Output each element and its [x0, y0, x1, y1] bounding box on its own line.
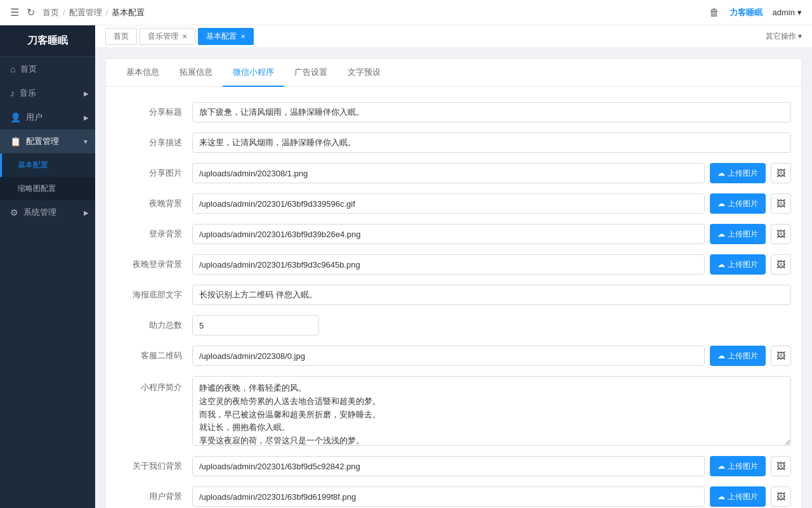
- sidebar-item-music[interactable]: ♪ 音乐: [0, 81, 95, 105]
- content-area: 首页 音乐管理 ✕ 基本配置 ✕ 其它操作 ▾ 基本信息 拓展信息: [95, 25, 812, 508]
- sidebar-item-strategy-config[interactable]: 缩略图配置: [0, 177, 95, 200]
- header-left: ☰ ↻ 首页 / 配置管理 / 基本配置: [10, 6, 145, 18]
- sidebar-item-home[interactable]: ⌂ 首页: [0, 57, 95, 81]
- admin-label: admin: [773, 8, 795, 17]
- label-customer-qr: 客服二维码: [116, 346, 192, 366]
- user-icon: 👤: [10, 112, 21, 122]
- upload-cloud-icon7: ☁: [717, 492, 725, 501]
- trash-icon[interactable]: 🗑: [709, 7, 719, 18]
- img-icon-night-bg[interactable]: 🖼: [771, 193, 791, 214]
- img-icon-share[interactable]: 🖼: [771, 163, 791, 183]
- upload-customer-qr[interactable]: ☁ 上传图片: [710, 346, 766, 366]
- sidebar-item-config[interactable]: 📋 配置管理: [0, 129, 95, 153]
- input-login-bg[interactable]: [192, 224, 705, 244]
- control-night-login-bg: ☁ 上传图片 🖼: [192, 254, 791, 275]
- tab-bar-left: 首页 音乐管理 ✕ 基本配置 ✕: [105, 28, 254, 45]
- card-tab-ad-settings[interactable]: 广告设置: [284, 59, 337, 87]
- tab-music[interactable]: 音乐管理 ✕: [140, 28, 195, 45]
- control-about-us-bg: ☁ 上传图片 🖼: [192, 456, 791, 476]
- upload-cloud-icon3: ☁: [717, 230, 725, 238]
- control-share-img: ☁ 上传图片 🖼: [192, 163, 791, 183]
- tab-music-close[interactable]: ✕: [182, 33, 187, 40]
- form-row-user-bg: 用户背景 ☁ 上传图片 🖼: [106, 481, 801, 508]
- card-tabs: 基本信息 拓展信息 微信小程序 广告设置 文字预设: [106, 59, 801, 87]
- sidebar-item-user[interactable]: 👤 用户: [0, 105, 95, 129]
- upload-login-bg[interactable]: ☁ 上传图片: [710, 224, 766, 244]
- tab-basic[interactable]: 基本配置 ✕: [198, 28, 254, 45]
- label-night-bg: 夜晚背景: [116, 193, 192, 214]
- card-tab-wechat-mini[interactable]: 微信小程序: [223, 59, 284, 87]
- img-icon-about-us-bg[interactable]: 🖼: [771, 456, 791, 476]
- input-user-bg[interactable]: [192, 486, 705, 507]
- input-night-bg[interactable]: [192, 193, 705, 214]
- breadcrumb-config[interactable]: 配置管理: [69, 7, 102, 18]
- form-row-login-bg: 登录背景 ☁ 上传图片 🖼: [106, 219, 801, 249]
- input-share-title[interactable]: [192, 102, 791, 122]
- sidebar-item-system[interactable]: ⚙ 系统管理: [0, 200, 95, 225]
- img-icon-customer-qr[interactable]: 🖼: [771, 346, 791, 366]
- form-row-night-login-bg: 夜晚登录背景 ☁ 上传图片 🖼: [106, 249, 801, 280]
- form-row-share-title: 分享标题: [106, 97, 801, 127]
- music-icon: ♪: [10, 88, 15, 98]
- upload-share-img[interactable]: ☁ 上传图片: [710, 163, 766, 183]
- card-tab-extend-info[interactable]: 拓展信息: [169, 59, 223, 87]
- img-icon-user-bg[interactable]: 🖼: [771, 486, 791, 507]
- input-about-us-bg[interactable]: [192, 456, 705, 476]
- sidebar-label-music: 音乐: [20, 88, 36, 99]
- input-customer-qr[interactable]: [192, 346, 705, 366]
- basic-config-label: 基本配置: [18, 160, 48, 171]
- label-share-img: 分享图片: [116, 163, 192, 183]
- form-row-assist-count: 助力总数: [106, 310, 801, 341]
- upload-user-bg[interactable]: ☁ 上传图片: [710, 486, 766, 507]
- tab-home-label: 首页: [114, 31, 129, 42]
- hamburger-icon[interactable]: ☰: [10, 6, 19, 18]
- brand-logo: 力客睡眠: [730, 7, 763, 18]
- label-user-bg: 用户背景: [116, 486, 192, 507]
- tab-home[interactable]: 首页: [105, 28, 137, 45]
- form-body: 分享标题 分享描述 分享图片: [106, 87, 801, 508]
- other-ops-button[interactable]: 其它操作 ▾: [766, 31, 802, 42]
- form-row-customer-qr: 客服二维码 ☁ 上传图片 🖼: [106, 341, 801, 371]
- refresh-icon[interactable]: ↻: [27, 6, 35, 18]
- top-header: ☰ ↻ 首页 / 配置管理 / 基本配置 🗑 力客睡眠 admin ▾: [0, 0, 812, 25]
- sidebar-label-system: 系统管理: [23, 207, 56, 218]
- img-icon-night-login-bg[interactable]: 🖼: [771, 254, 791, 275]
- upload-about-us-bg[interactable]: ☁ 上传图片: [710, 456, 766, 476]
- upload-night-login-bg[interactable]: ☁ 上传图片: [710, 254, 766, 275]
- breadcrumb-home[interactable]: 首页: [43, 7, 59, 18]
- img-icon-login-bg[interactable]: 🖼: [771, 224, 791, 244]
- control-poster-text: [192, 285, 791, 305]
- control-share-title: [192, 102, 791, 122]
- input-share-img[interactable]: [192, 163, 705, 183]
- form-row-night-bg: 夜晚背景 ☁ 上传图片 🖼: [106, 188, 801, 219]
- label-poster-text: 海报底部文字: [116, 285, 192, 305]
- tab-basic-close[interactable]: ✕: [240, 33, 246, 40]
- strategy-config-label: 缩略图配置: [18, 183, 56, 194]
- tab-bar: 首页 音乐管理 ✕ 基本配置 ✕ 其它操作 ▾: [95, 25, 812, 48]
- admin-arrow: ▾: [797, 8, 802, 17]
- page-content: 基本信息 拓展信息 微信小程序 广告设置 文字预设 分享标题: [95, 48, 812, 508]
- admin-user[interactable]: admin ▾: [773, 8, 802, 17]
- input-poster-text[interactable]: [192, 285, 791, 305]
- form-row-share-desc: 分享描述: [106, 127, 801, 158]
- tab-music-label: 音乐管理: [148, 31, 178, 42]
- control-assist-count: [192, 315, 791, 335]
- label-assist-count: 助力总数: [116, 315, 192, 335]
- input-assist-count[interactable]: [192, 315, 319, 335]
- config-icon: 📋: [10, 136, 21, 147]
- input-share-desc[interactable]: [192, 133, 791, 153]
- control-mini-intro: 静谧的夜晚，伴着轻柔的风。 这空灵的夜给劳累的人送去地合适暨和超美的梦。 而我，…: [192, 376, 791, 446]
- sidebar-item-basic-config[interactable]: 基本配置: [0, 153, 95, 177]
- input-night-login-bg[interactable]: [192, 254, 705, 275]
- upload-night-bg[interactable]: ☁ 上传图片: [710, 193, 766, 214]
- sidebar-label-user: 用户: [26, 112, 43, 123]
- textarea-mini-intro[interactable]: 静谧的夜晚，伴着轻柔的风。 这空灵的夜给劳累的人送去地合适暨和超美的梦。 而我，…: [192, 376, 791, 446]
- main-card: 基本信息 拓展信息 微信小程序 广告设置 文字预设 分享标题: [105, 58, 802, 508]
- card-tab-basic-info[interactable]: 基本信息: [116, 59, 169, 87]
- upload-cloud-icon5: ☁: [717, 351, 725, 360]
- upload-cloud-icon: ☁: [717, 169, 725, 178]
- form-row-mini-intro: 小程序简介 静谧的夜晚，伴着轻柔的风。 这空灵的夜给劳累的人送去地合适暨和超美的…: [106, 371, 801, 451]
- label-share-title: 分享标题: [116, 102, 192, 122]
- tab-basic-label: 基本配置: [206, 31, 237, 42]
- card-tab-text-preset[interactable]: 文字预设: [337, 59, 391, 87]
